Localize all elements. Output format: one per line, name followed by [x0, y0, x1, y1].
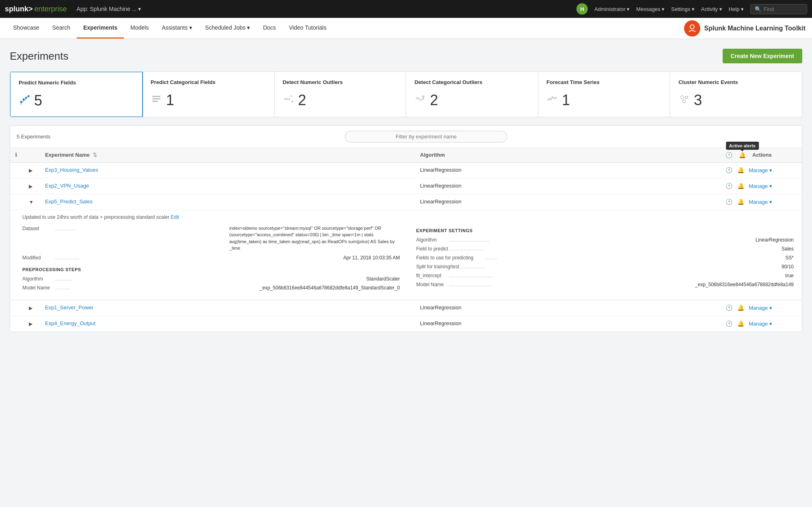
category-card-predict-numeric[interactable]: Predict Numeric Fields 5: [10, 71, 143, 117]
svg-point-9: [284, 98, 286, 100]
sort-icon[interactable]: ⇅: [93, 152, 97, 158]
row-info: [10, 194, 22, 210]
fields-use-row: Fields to use for predicting ......... S…: [416, 254, 794, 261]
create-new-experiment-button[interactable]: Create New Experiment: [723, 49, 802, 63]
logo[interactable]: splunk>enterprise: [5, 5, 69, 13]
svg-point-11: [288, 98, 290, 100]
experiment-link[interactable]: Exp3_Housing_Values: [45, 167, 98, 173]
expand-button[interactable]: ▶: [27, 183, 34, 190]
category-card-detect-categorical-outliers[interactable]: Detect Categorical Outliers 2: [406, 72, 538, 117]
fit-intercept-label: fit_intercept: [416, 272, 449, 279]
row-name: Exp5_Predict_Sales: [40, 194, 415, 210]
top-navigation: splunk>enterprise App: Splunk Machine ..…: [0, 0, 812, 18]
admin-menu[interactable]: Administrator ▾: [594, 6, 630, 12]
main-content: Experiments Create New Experiment Predic…: [0, 39, 812, 342]
detail-dataset-row: Dataset ................ index=oidemo so…: [22, 225, 400, 252]
preprocessing-algorithm-dots: .............: [55, 275, 363, 283]
modified-label: Modified: [22, 254, 55, 261]
global-search[interactable]: 🔍 Find: [750, 4, 807, 14]
brand-logo: [684, 20, 700, 37]
svg-point-14: [422, 95, 424, 98]
logo-arrow: enterprise: [35, 5, 67, 13]
nav-docs[interactable]: Docs: [256, 18, 282, 39]
nav-video-tutorials[interactable]: Video Tutorials: [282, 18, 333, 39]
preprocessing-model-value: _exp_506b8316ee844546a678682ddfe8a149_St…: [260, 284, 400, 291]
category-title: Predict Numeric Fields: [19, 80, 134, 86]
modified-dots: ..................: [55, 254, 340, 261]
activity-menu[interactable]: Activity ▾: [701, 6, 722, 12]
model-name-dots: .................................: [449, 281, 692, 288]
messages-menu[interactable]: Messages ▾: [636, 6, 665, 12]
help-menu[interactable]: Help ▾: [729, 6, 744, 12]
manage-button[interactable]: Manage ▾: [749, 305, 772, 311]
expand-button[interactable]: ▶: [27, 304, 34, 312]
row-name: Exp4_Energy_Output: [40, 316, 415, 332]
nav-models[interactable]: Models: [124, 18, 155, 39]
row-info: [10, 162, 22, 178]
nav-assistants[interactable]: Assistants ▾: [155, 18, 199, 39]
preprocessing-algorithm-label: Algorithm: [22, 275, 55, 283]
experiment-link[interactable]: Exp5_Predict_Sales: [45, 198, 93, 205]
predict-categorical-count: 1: [166, 92, 174, 109]
preprocessing-model-label: Model Name: [22, 284, 55, 291]
user-avatar[interactable]: H: [576, 3, 588, 15]
row-algorithm: LinearRegression: [415, 162, 721, 178]
detail-modified-row: Modified .................. Apr 11, 2018…: [22, 254, 400, 261]
experiment-link[interactable]: Exp2_VPN_Usage: [45, 183, 89, 189]
category-title: Detect Numeric Outliers: [283, 79, 398, 86]
manage-button[interactable]: Manage ▾: [749, 321, 772, 327]
collapse-button[interactable]: ▼: [27, 198, 35, 206]
schedule-icon-active: 🕐: [725, 183, 732, 189]
manage-button[interactable]: Manage ▾: [749, 167, 772, 173]
field-predict-value: Sales: [782, 245, 794, 252]
nav-experiments[interactable]: Experiments: [77, 18, 124, 39]
fields-use-label: Fields to use for predicting: [416, 254, 485, 261]
app-name[interactable]: App: Splunk Machine ... ▾: [77, 6, 141, 12]
field-predict-dots: ..........................: [449, 245, 778, 252]
settings-menu[interactable]: Settings ▾: [671, 6, 695, 12]
category-card-forecast-time-series[interactable]: Forecast Time Series 1: [538, 72, 670, 117]
settings-algorithm-value: LinearRegression: [756, 236, 794, 244]
manage-button[interactable]: Manage ▾: [749, 183, 772, 189]
row-name: Exp2_VPN_Usage: [40, 178, 415, 194]
category-title: Cluster Numeric Events: [678, 79, 794, 86]
nav-scheduled-jobs[interactable]: Scheduled Jobs ▾: [199, 18, 257, 39]
category-bottom: 2: [414, 92, 530, 109]
schedule-icon: 🕐: [725, 198, 732, 205]
preprocessing-algorithm-value: StandardScaler: [366, 275, 400, 283]
th-info: ℹ: [10, 148, 22, 163]
preprocessing-model-dots: ...........: [55, 284, 256, 291]
alerts-icon: 🔔: [737, 320, 744, 327]
svg-rect-7: [152, 98, 160, 99]
row-actions: 🕐 🔔 Manage ▾: [721, 316, 802, 332]
settings-algorithm-dots: ..............................: [449, 236, 752, 244]
detail-row: Updated to use 24hrs worth of data + pre…: [10, 210, 802, 300]
svg-point-17: [683, 100, 686, 103]
th-experiment-name: Experiment Name ⇅: [40, 148, 415, 163]
category-card-cluster-numeric-events[interactable]: Cluster Numeric Events 3: [670, 72, 802, 117]
nav-showcase[interactable]: Showcase: [6, 18, 46, 39]
category-card-detect-numeric-outliers[interactable]: Detect Numeric Outliers 2: [275, 72, 407, 117]
alerts-icon: 🔔: [737, 198, 744, 205]
cluster-numeric-events-icon: [678, 93, 690, 107]
manage-button[interactable]: Manage ▾: [749, 199, 772, 205]
expand-button[interactable]: ▶: [27, 167, 34, 174]
detect-categorical-outliers-icon: [414, 93, 426, 107]
category-card-predict-categorical[interactable]: Predict Categorical Fields 1: [143, 72, 275, 117]
experiment-link[interactable]: Exp4_Energy_Output: [45, 320, 95, 326]
edit-link[interactable]: Edit: [171, 214, 179, 220]
nav-search[interactable]: Search: [46, 18, 77, 39]
experiment-link[interactable]: Exp1_Server_Power: [45, 304, 93, 311]
expand-button[interactable]: ▶: [27, 320, 34, 328]
filter-input[interactable]: [345, 131, 507, 142]
row-info: [10, 300, 22, 316]
top-nav-right: H Administrator ▾ Messages ▾ Settings ▾ …: [576, 3, 807, 15]
schedule-icon: 🕐: [725, 304, 732, 311]
category-title: Detect Categorical Outliers: [414, 79, 530, 86]
table-header-row: ℹ Experiment Name ⇅ Algorithm 🕐: [10, 148, 802, 163]
category-bottom: 5: [19, 92, 134, 109]
preprocessing-model-row: Model Name ........... _exp_506b8316ee84…: [22, 284, 400, 291]
svg-rect-6: [152, 96, 160, 97]
row-expand: ▶: [22, 162, 40, 178]
schedule-icon: 🕐: [725, 320, 732, 327]
